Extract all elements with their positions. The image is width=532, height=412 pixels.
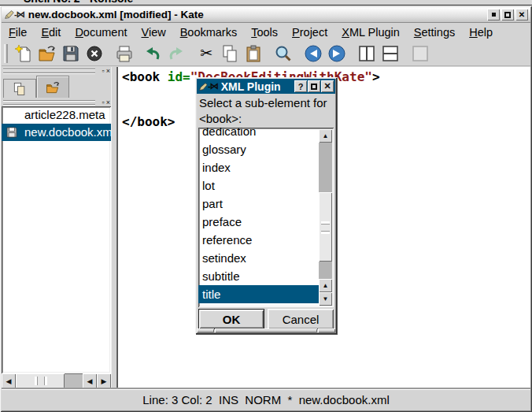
- list-vertical-scrollbar[interactable]: ▲ ▲ ▼: [319, 129, 332, 306]
- list-item-part[interactable]: part: [198, 195, 319, 213]
- list-item-dedication[interactable]: dedication: [198, 128, 319, 140]
- list-item-lot[interactable]: lot: [198, 176, 319, 195]
- menu-tools[interactable]: Tools: [244, 25, 285, 39]
- scroll-down-icon[interactable]: ▼: [319, 292, 332, 306]
- documents-icon: [12, 81, 28, 97]
- list-item-reference[interactable]: reference: [198, 231, 319, 249]
- sidebar-splitter[interactable]: [111, 67, 117, 388]
- sticky-pin-icon[interactable]: -⋈: [208, 81, 218, 91]
- save-button[interactable]: [59, 43, 83, 65]
- dialog-resize-grip[interactable]: [197, 328, 335, 332]
- split-horizontal-icon: [381, 44, 400, 63]
- background-window-strip[interactable]: Shell No. 2 - Konsole: [0, 0, 532, 6]
- titlebar[interactable]: -⋈ new.docbook.xml [modified] - Kate ✕: [2, 7, 530, 23]
- find-icon: [274, 44, 293, 63]
- scroll-up-icon[interactable]: ▲: [319, 129, 332, 143]
- menu-bookmarks[interactable]: Bookmarks: [173, 25, 245, 39]
- close-document-button[interactable]: [83, 43, 106, 65]
- copy-icon: [220, 44, 239, 63]
- dialog-title: XML Plugin: [221, 80, 281, 93]
- menu-edit[interactable]: Edit: [34, 25, 68, 39]
- file-row-new-docbook[interactable]: new.docbook.xml: [2, 124, 111, 141]
- list-item-setindex[interactable]: setindex: [198, 249, 319, 267]
- scroll-left-icon[interactable]: ◀: [83, 373, 97, 388]
- close-button[interactable]: ✕: [515, 9, 528, 20]
- scrollbar-thumb[interactable]: [16, 373, 65, 388]
- dialog-help-button[interactable]: ?: [294, 80, 307, 92]
- tab-documents[interactable]: [3, 79, 36, 98]
- modified-floppy-icon: [6, 126, 18, 139]
- dock-float-icon[interactable]: ▫: [102, 67, 105, 76]
- copy-button[interactable]: [218, 43, 242, 65]
- scroll-right-icon[interactable]: ▶: [97, 373, 111, 388]
- paste-icon: [244, 44, 263, 63]
- scrollbar-thumb[interactable]: [319, 192, 332, 262]
- cut-button[interactable]: ✂: [194, 43, 218, 65]
- list-item-title[interactable]: title: [198, 285, 319, 303]
- statusbar: Line: 3 Col: 2 INS NORM * new.docbook.xm…: [2, 389, 530, 409]
- menu-document[interactable]: Document: [68, 25, 134, 39]
- forward-button[interactable]: [325, 43, 349, 65]
- close-icon: ✕: [323, 81, 331, 91]
- cut-icon: ✂: [200, 44, 212, 62]
- redo-icon: [167, 44, 186, 63]
- help-icon: ?: [298, 82, 304, 91]
- menu-file[interactable]: File: [2, 25, 34, 39]
- minimize-button[interactable]: [487, 9, 500, 20]
- tab-open-files[interactable]: [36, 76, 69, 98]
- dock-close-icon[interactable]: ×: [106, 67, 110, 76]
- menu-project[interactable]: Project: [285, 25, 334, 39]
- menu-xml-plugin[interactable]: XML Plugin: [334, 25, 407, 39]
- print-icon: [115, 44, 134, 63]
- window-title: new.docbook.xml [modified] - Kate: [28, 9, 204, 20]
- menu-view[interactable]: View: [134, 25, 172, 39]
- split-vertical-icon: [357, 44, 376, 63]
- cancel-button[interactable]: Cancel: [268, 309, 334, 329]
- file-list: article228.meta new.docbook.xml: [2, 106, 111, 373]
- file-name: new.docbook.xml: [24, 124, 111, 141]
- find-button[interactable]: [272, 43, 295, 65]
- back-icon: [304, 44, 323, 63]
- undo-button[interactable]: [141, 43, 164, 65]
- close-view-button: [408, 43, 432, 65]
- menu-help[interactable]: Help: [462, 25, 500, 39]
- open-folder-icon: [38, 44, 57, 63]
- dialog-maximize-button[interactable]: [308, 80, 320, 92]
- print-button[interactable]: [113, 43, 136, 65]
- sidebar-horizontal-scrollbar[interactable]: ◀ ◀ ▶: [2, 373, 111, 388]
- open-button[interactable]: [35, 43, 59, 65]
- list-item-index[interactable]: index: [198, 158, 319, 176]
- list-item-glossary[interactable]: glossary: [198, 140, 319, 158]
- ok-button[interactable]: OK: [198, 309, 264, 329]
- open-files-icon: [45, 80, 61, 95]
- dock-titlebar-top[interactable]: ▫ ×: [2, 67, 111, 76]
- split-horizontal-button[interactable]: [379, 43, 402, 65]
- minimize-icon: [492, 13, 496, 17]
- back-button[interactable]: [301, 43, 325, 65]
- redo-button[interactable]: [164, 43, 188, 65]
- close-view-icon: [411, 44, 430, 63]
- save-icon: [61, 44, 80, 63]
- toolbar-handle[interactable]: [4, 44, 8, 63]
- list-item-preface[interactable]: preface: [198, 213, 319, 231]
- split-vertical-button[interactable]: [355, 43, 379, 65]
- scroll-up-icon[interactable]: ▲: [319, 279, 332, 292]
- kate-pen-icon: [198, 82, 208, 91]
- sticky-pin-icon[interactable]: -⋈: [14, 9, 24, 20]
- maximize-icon: [311, 84, 317, 90]
- maximize-button[interactable]: [501, 9, 514, 20]
- code-line-3: </book>: [122, 114, 175, 129]
- dialog-close-button[interactable]: ✕: [321, 80, 334, 92]
- list-item-subtitle[interactable]: subtitle: [198, 267, 319, 285]
- paste-button[interactable]: [242, 43, 265, 65]
- menu-settings[interactable]: Settings: [407, 25, 462, 39]
- xml-plugin-dialog: -⋈ XML Plugin ? ✕ Select a sub-element f…: [195, 77, 337, 334]
- scroll-left-icon[interactable]: ◀: [2, 373, 16, 388]
- file-row-article228[interactable]: article228.meta: [2, 106, 111, 124]
- new-document-button[interactable]: [12, 43, 35, 65]
- background-window-title: Shell No. 2 - Konsole: [24, 0, 133, 5]
- new-document-icon: [14, 44, 33, 63]
- dialog-titlebar[interactable]: -⋈ XML Plugin ? ✕: [197, 79, 335, 94]
- forward-icon: [327, 44, 346, 63]
- sidebar: ▫ ×: [2, 67, 111, 388]
